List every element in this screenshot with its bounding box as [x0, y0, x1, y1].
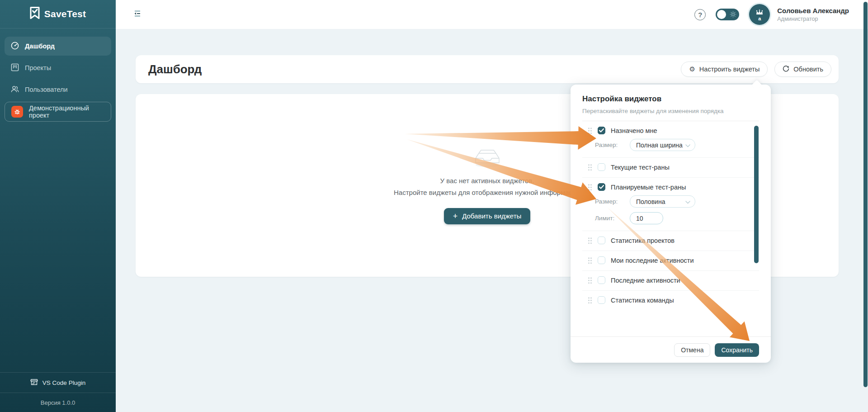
drag-handle-icon[interactable] — [588, 237, 592, 244]
users-icon — [11, 85, 19, 95]
vscode-plugin-link[interactable]: VS Code Plugin — [0, 372, 116, 393]
widget-row-my-recent-activities: Мои последние активности — [582, 251, 759, 271]
widget-label: Статистика проектов — [611, 237, 675, 244]
widget-row-current-test-runs: Текущие тест-раны — [582, 158, 759, 178]
add-widgets-button[interactable]: + Добавить виджеты — [444, 208, 531, 224]
page-title: Дашборд — [148, 62, 202, 76]
bug-icon — [11, 106, 23, 118]
sidebar-item-users[interactable]: Пользователи — [5, 80, 111, 99]
sidebar-item-dashboard[interactable]: Дашборд — [5, 37, 111, 56]
vscode-plugin-label: VS Code Plugin — [42, 379, 85, 386]
widget-checkbox[interactable] — [598, 163, 605, 171]
sidebar-item-label: Проекты — [25, 64, 51, 71]
limit-input[interactable] — [630, 212, 663, 224]
app-title: SaveTest — [44, 9, 86, 19]
shop-icon — [30, 378, 38, 387]
menu-fold-icon[interactable] — [133, 9, 142, 20]
widget-row-recent-activities: Последние активности — [582, 271, 759, 291]
widget-checkbox[interactable] — [598, 237, 605, 244]
widget-label: Мои последние активности — [611, 257, 694, 264]
chevron-down-icon — [685, 198, 690, 205]
size-select[interactable]: Половина — [630, 195, 695, 208]
empty-state-line1: У вас нет активных виджетов. — [440, 177, 534, 185]
popover-subtitle: Перетаскивайте виджеты для изменения пор… — [582, 108, 759, 114]
avatar-letter: a — [758, 17, 761, 21]
cancel-button[interactable]: Отмена — [674, 343, 710, 357]
popover-scrollbar-thumb[interactable] — [754, 126, 759, 263]
widget-checkbox[interactable] — [598, 127, 605, 134]
topbar: ? a Соловьев Александр Администратор — [116, 0, 868, 29]
widget-row-planned-test-runs: Планируемые тест-раны Размер: Половина Л… — [582, 178, 759, 231]
widget-list: Назначено мне Размер: Полная ширина Теку… — [582, 121, 759, 310]
avatar[interactable]: a — [749, 4, 770, 25]
user-name: Соловьев Александр — [777, 7, 849, 14]
empty-box-icon — [472, 147, 502, 170]
empty-state-line2: Настройте виджеты для отображения нужной… — [394, 189, 580, 196]
drag-handle-icon[interactable] — [588, 277, 592, 284]
widget-checkbox[interactable] — [598, 256, 605, 264]
sidebar-item-label: Дашборд — [25, 43, 55, 50]
chevron-down-icon — [685, 142, 690, 149]
bookmark-check-icon — [30, 7, 40, 21]
widget-checkbox[interactable] — [598, 183, 605, 191]
refresh-button[interactable]: Обновить — [774, 62, 831, 77]
sidebar-item-projects[interactable]: Проекты — [5, 58, 111, 77]
kanban-icon — [11, 63, 19, 73]
sidebar: SaveTest Дашборд Проекты Пользователи Де… — [0, 0, 116, 412]
size-select[interactable]: Полная ширина — [630, 139, 695, 151]
toggle-knob — [717, 10, 726, 19]
sun-icon — [730, 11, 736, 19]
widget-checkbox[interactable] — [598, 276, 605, 284]
refresh-icon — [783, 65, 789, 73]
configure-widgets-button[interactable]: ⚙ Настроить виджеты — [681, 62, 768, 77]
user-info[interactable]: Соловьев Александр Администратор — [777, 7, 849, 22]
sidebar-item-label: Демонстрационный проект — [29, 104, 104, 119]
page-scrollbar-thumb[interactable] — [863, 2, 868, 387]
drag-handle-icon[interactable] — [588, 184, 592, 190]
plus-icon: + — [453, 212, 458, 220]
widget-settings-popover: Настройка виджетов Перетаскивайте виджет… — [571, 85, 771, 363]
popover-title: Настройка виджетов — [582, 95, 759, 104]
sidebar-nav: Дашборд Проекты Пользователи Демонстраци… — [0, 28, 116, 122]
help-icon[interactable]: ? — [694, 9, 706, 20]
widget-row-assigned-to-me: Назначено мне Размер: Полная ширина — [582, 121, 759, 158]
widget-checkbox[interactable] — [598, 296, 605, 304]
drag-handle-icon[interactable] — [588, 127, 592, 134]
gear-icon: ⚙ — [689, 66, 695, 73]
widget-label: Текущие тест-раны — [611, 164, 670, 171]
page-header-card: Дашборд ⚙ Настроить виджеты Обновить — [136, 55, 839, 83]
version-label: Версия 1.0.0 — [0, 393, 116, 412]
widget-label: Планируемые тест-раны — [611, 184, 686, 191]
theme-toggle[interactable] — [716, 9, 739, 20]
popover-footer: Отмена Сохранить — [571, 336, 771, 363]
widget-label: Статистика команды — [611, 297, 674, 304]
widget-label: Назначено мне — [611, 127, 657, 134]
crown-icon — [755, 9, 764, 17]
limit-label: Лимит: — [595, 215, 630, 222]
sidebar-item-label: Пользователи — [25, 86, 68, 93]
widget-row-project-statistics: Статистика проектов — [582, 231, 759, 251]
gauge-icon — [11, 42, 19, 51]
sidebar-item-demo-project[interactable]: Демонстрационный проект — [5, 102, 111, 122]
drag-handle-icon[interactable] — [588, 297, 592, 303]
sidebar-footer: VS Code Plugin Версия 1.0.0 — [0, 372, 116, 412]
user-role: Администратор — [777, 16, 849, 22]
save-button[interactable]: Сохранить — [715, 343, 759, 357]
widget-row-team-statistics: Статистика команды — [582, 291, 759, 310]
size-label: Размер: — [595, 142, 630, 148]
drag-handle-icon[interactable] — [588, 164, 592, 170]
widget-label: Последние активности — [611, 277, 680, 284]
size-label: Размер: — [595, 198, 630, 205]
logo[interactable]: SaveTest — [0, 0, 116, 28]
drag-handle-icon[interactable] — [588, 257, 592, 264]
